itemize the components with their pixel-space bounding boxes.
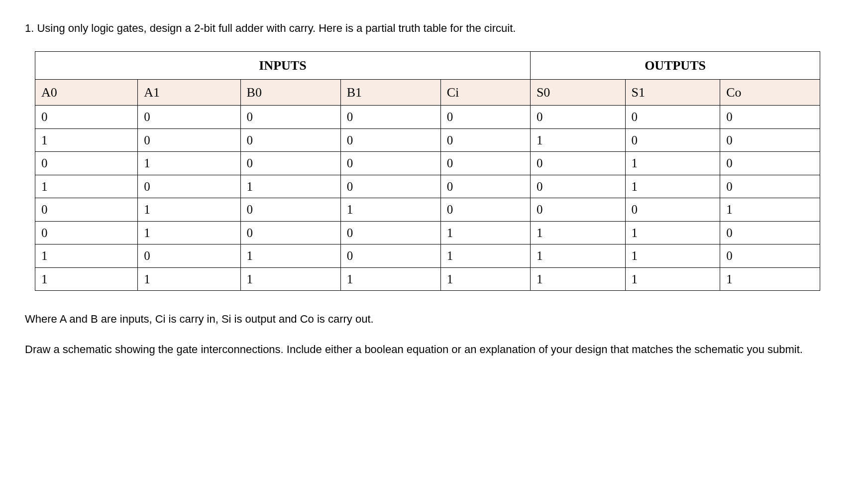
col-header-co: Co <box>720 80 820 106</box>
col-header-b0: B0 <box>240 80 340 106</box>
table-cell: 0 <box>340 152 440 175</box>
table-row: 01010001 <box>35 198 820 222</box>
table-row: 00000000 <box>35 106 820 129</box>
table-cell: 1 <box>340 267 440 291</box>
table-cell: 1 <box>240 175 340 198</box>
table-cell: 1 <box>340 198 440 222</box>
table-cell: 0 <box>625 128 720 152</box>
table-cell: 1 <box>35 267 138 291</box>
question-text: 1. Using only logic gates, design a 2-bi… <box>25 20 843 36</box>
group-header-row: INPUTS OUTPUTS <box>35 52 820 80</box>
table-cell: 0 <box>340 106 440 129</box>
table-cell: 0 <box>240 128 340 152</box>
table-cell: 0 <box>240 198 340 222</box>
column-header-row: A0 A1 B0 B1 Ci S0 S1 Co <box>35 80 820 106</box>
table-cell: 0 <box>720 106 820 129</box>
table-cell: 1 <box>240 244 340 268</box>
table-cell: 0 <box>35 152 138 175</box>
table-cell: 0 <box>720 244 820 268</box>
col-header-s0: S0 <box>530 80 625 106</box>
col-header-s1: S1 <box>625 80 720 106</box>
col-header-b1: B1 <box>340 80 440 106</box>
table-cell: 1 <box>240 267 340 291</box>
table-cell: 0 <box>138 128 240 152</box>
table-cell: 1 <box>530 221 625 244</box>
table-cell: 0 <box>240 106 340 129</box>
outputs-group-header: OUTPUTS <box>530 52 820 80</box>
table-cell: 0 <box>530 198 625 222</box>
col-header-a0: A0 <box>35 80 138 106</box>
table-cell: 1 <box>625 221 720 244</box>
table-cell: 0 <box>720 152 820 175</box>
table-cell: 1 <box>720 267 820 291</box>
table-cell: 0 <box>240 221 340 244</box>
table-cell: 0 <box>340 244 440 268</box>
table-cell: 1 <box>440 267 530 291</box>
table-cell: 1 <box>625 267 720 291</box>
table-cell: 1 <box>625 175 720 198</box>
table-cell: 0 <box>440 198 530 222</box>
inputs-group-header: INPUTS <box>35 52 531 80</box>
table-cell: 1 <box>720 198 820 222</box>
table-cell: 1 <box>440 221 530 244</box>
truth-table: INPUTS OUTPUTS A0 A1 B0 B1 Ci S0 S1 Co 0… <box>35 51 820 291</box>
instruction-text: Draw a schematic showing the gate interc… <box>25 341 843 358</box>
table-cell: 0 <box>440 106 530 129</box>
col-header-ci: Ci <box>440 80 530 106</box>
table-cell: 1 <box>138 198 240 222</box>
table-cell: 0 <box>35 106 138 129</box>
table-row: 01001110 <box>35 221 820 244</box>
table-cell: 0 <box>530 106 625 129</box>
table-cell: 0 <box>138 244 240 268</box>
table-cell: 1 <box>35 244 138 268</box>
table-body: 0000000010000100010000101010001001010001… <box>35 106 820 291</box>
table-cell: 1 <box>138 152 240 175</box>
table-cell: 0 <box>625 198 720 222</box>
table-cell: 1 <box>530 244 625 268</box>
table-cell: 1 <box>440 244 530 268</box>
table-cell: 0 <box>440 175 530 198</box>
table-cell: 1 <box>35 128 138 152</box>
table-cell: 1 <box>530 128 625 152</box>
table-cell: 0 <box>35 221 138 244</box>
table-cell: 0 <box>340 175 440 198</box>
table-cell: 1 <box>625 244 720 268</box>
description-text: Where A and B are inputs, Ci is carry in… <box>25 311 843 327</box>
table-cell: 0 <box>720 128 820 152</box>
table-cell: 0 <box>340 221 440 244</box>
table-cell: 1 <box>138 221 240 244</box>
table-cell: 0 <box>240 152 340 175</box>
table-cell: 0 <box>720 221 820 244</box>
table-cell: 1 <box>625 152 720 175</box>
table-cell: 0 <box>440 152 530 175</box>
table-cell: 0 <box>35 198 138 222</box>
table-row: 10000100 <box>35 128 820 152</box>
table-cell: 1 <box>530 267 625 291</box>
table-row: 10101110 <box>35 244 820 268</box>
table-cell: 0 <box>138 106 240 129</box>
col-header-a1: A1 <box>138 80 240 106</box>
table-cell: 0 <box>138 175 240 198</box>
table-cell: 0 <box>720 175 820 198</box>
table-row: 11111111 <box>35 267 820 291</box>
table-cell: 1 <box>35 175 138 198</box>
table-cell: 0 <box>440 128 530 152</box>
table-cell: 1 <box>138 267 240 291</box>
table-cell: 0 <box>530 175 625 198</box>
table-cell: 0 <box>625 106 720 129</box>
table-row: 10100010 <box>35 175 820 198</box>
table-cell: 0 <box>530 152 625 175</box>
table-cell: 0 <box>340 128 440 152</box>
table-row: 01000010 <box>35 152 820 175</box>
